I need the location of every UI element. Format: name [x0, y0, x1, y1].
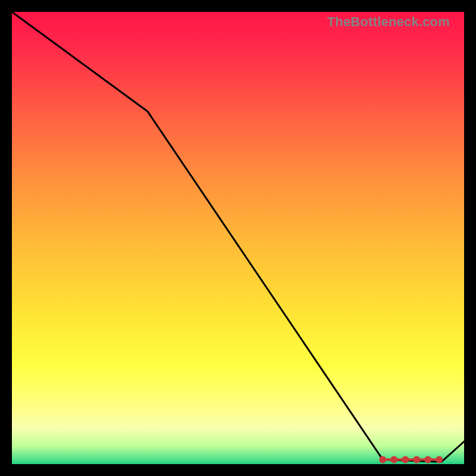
marker-dot [390, 456, 397, 463]
marker-dot [424, 456, 431, 463]
marker-dot [436, 456, 443, 463]
chart-svg [12, 12, 464, 464]
marker-dot [402, 456, 409, 463]
chart-line [12, 12, 464, 462]
marker-dot [379, 456, 386, 463]
plot-area: TheBottleneck.com [12, 12, 464, 464]
chart-container: TheBottleneck.com [0, 0, 476, 476]
marker-dot [413, 456, 420, 463]
